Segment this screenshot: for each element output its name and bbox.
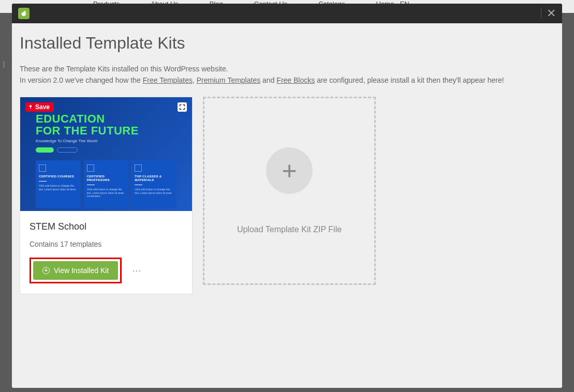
modal-header-right: ✕ [541, 8, 556, 19]
view-installed-kit-button[interactable]: + View Installed Kit [33, 261, 118, 280]
desc-sep2: and [260, 76, 276, 84]
thumb-heading-1: EDUCATION [36, 113, 176, 125]
thumb-box-1: CERTIFIED COURSES Click edit button to c… [36, 160, 81, 208]
free-templates-link[interactable]: Free Templates [143, 76, 193, 84]
kits-grid: Save EDUCATION FOR THE FUTURE Knowledge … [20, 97, 554, 294]
description-line2: In version 2.0 we've changed how the Fre… [20, 74, 554, 86]
thumb-box-2: CERTIFIED PROFFESORS Click edit button t… [84, 160, 129, 208]
thumb-boxes: CERTIFIED COURSES Click edit button to c… [36, 160, 176, 208]
kit-template-count: Contains 17 templates [30, 240, 183, 248]
close-icon[interactable]: ✕ [547, 8, 556, 19]
box-title: CERTIFIED PROFFESORS [87, 175, 126, 182]
box-desc: Click edit button to change this text. L… [135, 188, 173, 194]
box-desc: Click edit button to change this text. L… [87, 188, 126, 198]
box-line [135, 185, 142, 185]
box-title: CERTIFIED COURSES [39, 175, 78, 178]
certificate-icon [39, 164, 46, 172]
box-desc: Click edit button to change this text. L… [39, 184, 78, 191]
thumb-heading-2: FOR THE FUTURE [36, 125, 176, 137]
fullscreen-icon[interactable] [178, 102, 187, 112]
desc-suffix: are configured, please install a kit the… [315, 76, 504, 84]
save-badge[interactable]: Save [25, 102, 54, 112]
text-cursor-icon: I [3, 59, 5, 70]
header-separator [541, 8, 541, 19]
more-options-icon[interactable]: ⋯ [127, 265, 146, 276]
premium-templates-link[interactable]: Premium Templates [197, 76, 260, 84]
modal-header: ✕ [12, 4, 562, 23]
thumb-pills [36, 147, 176, 153]
professor-icon [87, 164, 94, 172]
thumb-subtitle: Knowledge To Change The World [36, 139, 176, 143]
box-line [87, 185, 95, 185]
thumbnail-content: EDUCATION FOR THE FUTURE Knowledge To Ch… [20, 97, 192, 211]
template-kits-modal: ✕ Installed Template Kits These are the … [12, 4, 562, 388]
description-text: These are the Template Kits installed on… [20, 63, 554, 86]
desc-sep1: , [193, 76, 197, 84]
materials-icon [135, 164, 142, 172]
kit-card: Save EDUCATION FOR THE FUTURE Knowledge … [20, 97, 193, 294]
box-line [39, 181, 47, 182]
upload-kit-dropzone[interactable]: + Upload Template Kit ZIP File [203, 97, 376, 285]
view-kit-label: View Installed Kit [54, 266, 109, 275]
free-blocks-link[interactable]: Free Blocks [276, 76, 315, 84]
kit-name: STEM School [30, 221, 183, 232]
modal-body: Installed Template Kits These are the Te… [12, 23, 562, 388]
save-label: Save [35, 103, 50, 111]
thumb-box-3: TOP CLASSES & MATERIALS Click edit butto… [131, 160, 176, 208]
highlight-annotation: + View Installed Kit [30, 258, 122, 283]
modal-header-left [18, 8, 30, 19]
desc-prefix: In version 2.0 we've changed how the [20, 76, 143, 84]
upload-circle: + [266, 147, 313, 194]
plus-icon: + [282, 158, 297, 184]
upload-text: Upload Template Kit ZIP File [237, 225, 342, 234]
kit-actions: + View Installed Kit ⋯ [30, 258, 183, 283]
description-line1: These are the Template Kits installed on… [20, 63, 554, 74]
kit-thumbnail[interactable]: Save EDUCATION FOR THE FUTURE Knowledge … [20, 97, 192, 211]
pill-outline [57, 147, 78, 153]
pill-green [36, 147, 54, 153]
page-title: Installed Template Kits [20, 34, 554, 53]
kit-info: STEM School Contains 17 templates + View… [20, 211, 192, 294]
box-title: TOP CLASSES & MATERIALS [135, 175, 173, 182]
envato-logo-icon [18, 8, 30, 19]
svg-point-0 [30, 105, 32, 107]
pinterest-icon [28, 104, 33, 110]
plus-circle-icon: + [42, 267, 50, 274]
